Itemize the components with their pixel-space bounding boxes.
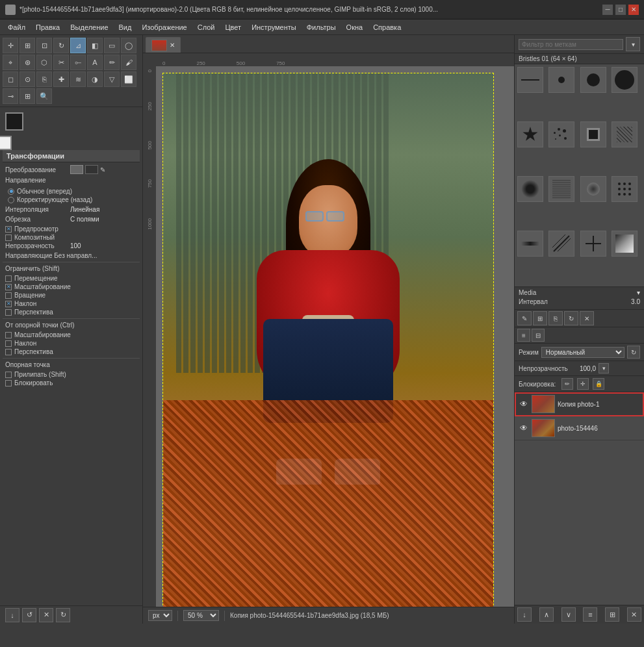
layers-footer-btn-1[interactable]: ∧ bbox=[539, 607, 554, 622]
tool-paintbrush[interactable]: 🖌 bbox=[121, 55, 136, 70]
menu-image[interactable]: Изображение bbox=[136, 22, 192, 32]
brush-item-11[interactable] bbox=[612, 176, 638, 202]
brushes-copy-btn[interactable]: ⎘ bbox=[548, 311, 563, 325]
brush-item-3[interactable] bbox=[612, 67, 638, 93]
lock-all-btn[interactable]: 🔒 bbox=[593, 378, 604, 390]
canvas-tab[interactable]: ✕ bbox=[146, 37, 181, 53]
brushes-filter-input[interactable] bbox=[519, 39, 623, 50]
tool-blend[interactable]: ⬜ bbox=[121, 71, 136, 87]
brush-item-6[interactable] bbox=[580, 121, 606, 147]
tilt2-checkbox[interactable] bbox=[5, 340, 12, 347]
menu-view[interactable]: Вид bbox=[114, 22, 137, 32]
tool-eraser[interactable]: ◻ bbox=[3, 71, 18, 87]
zoom-select[interactable]: 50 % 25 % 100 % bbox=[183, 610, 219, 621]
tool-align[interactable]: ⊞ bbox=[19, 38, 35, 53]
tilt2-row[interactable]: Наклон bbox=[3, 340, 140, 347]
scale-row[interactable]: ✕ Масштабирование bbox=[3, 283, 140, 290]
tool-color-pick[interactable]: ⊸ bbox=[3, 88, 18, 104]
menu-windows[interactable]: Окна bbox=[341, 22, 368, 32]
tool-clone[interactable]: ⎘ bbox=[36, 71, 52, 87]
rotate-checkbox[interactable] bbox=[5, 292, 12, 299]
layers-refresh-btn[interactable]: ↻ bbox=[627, 346, 640, 359]
snap-row[interactable]: Прилипать (Shift) bbox=[3, 371, 140, 378]
move-checkbox[interactable] bbox=[5, 275, 12, 282]
layers-btn-1[interactable]: ≡ bbox=[517, 329, 530, 342]
move-row[interactable]: Перемещение bbox=[3, 275, 140, 282]
tool-smudge[interactable]: ≋ bbox=[70, 71, 86, 87]
menu-selection[interactable]: Выделение bbox=[65, 22, 113, 32]
tool-zoom[interactable]: 🔍 bbox=[36, 88, 52, 104]
layers-opacity-btn[interactable]: ▾ bbox=[599, 363, 609, 374]
lock-pixel-btn[interactable]: ✏ bbox=[561, 378, 573, 390]
menu-tools[interactable]: Инструменты bbox=[246, 22, 302, 32]
brushes-delete-btn[interactable]: ✕ bbox=[580, 311, 594, 325]
tool-free-select[interactable]: ⌖ bbox=[3, 55, 18, 70]
preobr-icon2[interactable] bbox=[85, 165, 98, 174]
menu-filters[interactable]: Фильтры bbox=[302, 22, 341, 32]
brush-item-4[interactable] bbox=[517, 121, 543, 147]
menu-layer[interactable]: Слой bbox=[192, 22, 220, 32]
tool-measure[interactable]: ⊞ bbox=[19, 88, 35, 104]
rotate-row[interactable]: Вращение bbox=[3, 292, 140, 299]
tool-fuzzy-select[interactable]: ⊛ bbox=[19, 55, 35, 70]
menu-help[interactable]: Справка bbox=[368, 22, 406, 32]
direction-backward[interactable]: Корректирующее (назад) bbox=[8, 196, 135, 203]
brush-item-1[interactable] bbox=[548, 67, 574, 93]
preobr-icon1[interactable] bbox=[70, 165, 83, 174]
menu-edit[interactable]: Правка bbox=[31, 22, 65, 32]
perspective-checkbox[interactable] bbox=[5, 309, 12, 316]
tool-rect-select[interactable]: ▭ bbox=[104, 38, 120, 53]
composite-row[interactable]: Композитный bbox=[3, 234, 140, 241]
brush-item-5[interactable] bbox=[548, 121, 574, 147]
tool-dodge-burn[interactable]: ◑ bbox=[87, 71, 103, 87]
perspective2-row[interactable]: Перспектива bbox=[3, 348, 140, 355]
tool-move[interactable]: ✛ bbox=[3, 38, 18, 53]
layer-eye-0[interactable]: 👁 bbox=[519, 399, 529, 409]
minimize-button[interactable]: ─ bbox=[602, 5, 613, 15]
tool-paths[interactable]: ⟜ bbox=[70, 55, 86, 70]
tool-scissors[interactable]: ✂ bbox=[53, 55, 69, 70]
tool-text[interactable]: A bbox=[87, 55, 103, 70]
maximize-button[interactable]: □ bbox=[615, 5, 626, 15]
unit-select[interactable]: px bbox=[148, 610, 172, 621]
tool-fill[interactable]: ▽ bbox=[104, 71, 120, 87]
tool-airbrush[interactable]: ⊙ bbox=[19, 71, 35, 87]
brush-item-12[interactable] bbox=[517, 231, 543, 257]
layers-footer-btn-0[interactable]: ↓ bbox=[517, 607, 532, 622]
layers-footer-btn-4[interactable]: ⊞ bbox=[605, 607, 619, 622]
toolbox-btn-refresh[interactable]: ↻ bbox=[56, 608, 70, 622]
background-color[interactable] bbox=[0, 136, 12, 150]
lock-pos-btn[interactable]: ✛ bbox=[577, 378, 589, 390]
tool-crop[interactable]: ⊡ bbox=[36, 38, 52, 53]
block-checkbox[interactable] bbox=[5, 380, 12, 387]
brush-item-7[interactable] bbox=[612, 121, 638, 147]
perspective-row[interactable]: Перспектива bbox=[3, 309, 140, 316]
preview-row[interactable]: ✕ Предпросмотр bbox=[3, 225, 140, 233]
tool-pencil[interactable]: ✏ bbox=[104, 55, 120, 70]
snap-checkbox[interactable] bbox=[5, 372, 12, 378]
tilt-checkbox[interactable]: ✕ bbox=[5, 301, 12, 307]
brushes-refresh-btn[interactable]: ↻ bbox=[564, 311, 578, 325]
media-dropdown[interactable]: ▾ bbox=[637, 289, 640, 296]
toolbox-btn-reset[interactable]: ↺ bbox=[22, 608, 36, 622]
tool-perspective[interactable]: ◧ bbox=[87, 38, 103, 53]
composite-checkbox[interactable] bbox=[5, 235, 12, 241]
tool-transform[interactable]: ⊿ bbox=[70, 38, 86, 53]
brush-item-8[interactable] bbox=[517, 176, 543, 202]
brush-item-2[interactable] bbox=[580, 67, 606, 93]
tool-heal[interactable]: ✚ bbox=[53, 71, 69, 87]
layer-item-0[interactable]: 👁 Копия photo-1 bbox=[515, 392, 644, 416]
toolbox-btn-download[interactable]: ↓ bbox=[5, 608, 19, 622]
layers-btn-2[interactable]: ⊟ bbox=[532, 329, 545, 342]
tab-close-button[interactable]: ✕ bbox=[170, 42, 175, 49]
brush-item-0[interactable] bbox=[517, 67, 543, 93]
perspective2-checkbox[interactable] bbox=[5, 349, 12, 355]
brush-item-15[interactable] bbox=[612, 231, 638, 257]
preview-checkbox[interactable]: ✕ bbox=[5, 226, 12, 233]
brushes-edit-btn[interactable]: ✎ bbox=[517, 311, 532, 325]
layer-eye-1[interactable]: 👁 bbox=[519, 423, 529, 433]
canvas-wrapper[interactable]: 0 250 500 750 0 250 500 750 1000 bbox=[143, 53, 514, 607]
block-row[interactable]: Блокировать bbox=[3, 379, 140, 387]
tool-select-color[interactable]: ⬡ bbox=[36, 55, 52, 70]
menu-file[interactable]: Файл bbox=[3, 22, 31, 32]
